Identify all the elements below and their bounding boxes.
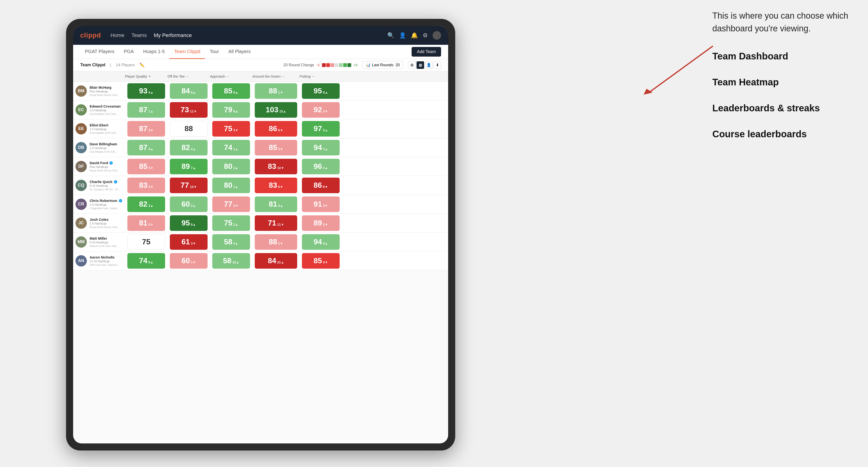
annotation-area: This is where you can choose which dashb… bbox=[712, 9, 854, 153]
stat-cell: 7311▼ bbox=[167, 100, 210, 119]
table-row[interactable]: BMBlair McHargPlus HandicapRoyal North D… bbox=[73, 82, 448, 100]
stat-change: 3▲ bbox=[148, 204, 154, 208]
stat-cell: 7111▼ bbox=[252, 214, 300, 232]
stat-change: 3▼ bbox=[323, 204, 328, 208]
player-club: Sunningdale Golf Club, United Kingdom bbox=[90, 113, 120, 115]
table-row[interactable]: CRChris Robertson✓1-5 HandicapCraigmilla… bbox=[73, 195, 448, 214]
stat-change: 7▲ bbox=[191, 166, 196, 170]
profile-icon[interactable]: 👤 bbox=[399, 32, 406, 39]
player-club: Woburn Golf Club, United Kingdom bbox=[90, 245, 120, 247]
settings-icon[interactable]: ⚙ bbox=[423, 32, 428, 39]
edit-team-icon[interactable]: ✏️ bbox=[140, 63, 145, 68]
add-team-button[interactable]: Add Team bbox=[412, 47, 441, 57]
stat-change: 10▼ bbox=[277, 166, 284, 170]
col-header-quality[interactable]: Player Quality ▼ bbox=[125, 74, 167, 78]
stat-change: 2▼ bbox=[323, 223, 328, 226]
team-count: 14 Players bbox=[116, 63, 135, 67]
stat-change: 11▼ bbox=[190, 110, 197, 113]
table-row[interactable]: DFDavid Ford✓Plus HandicapRoyal North De… bbox=[73, 157, 448, 176]
player-avatar: AN bbox=[75, 255, 87, 267]
stat-cell: 958▲ bbox=[167, 214, 210, 232]
sort-icon: — bbox=[282, 75, 284, 78]
tab-pgat-players[interactable]: PGAT Players bbox=[80, 45, 119, 59]
grid-view-button[interactable]: ⊞ bbox=[408, 61, 415, 69]
stat-change: 3▲ bbox=[323, 242, 328, 245]
sort-icon: ▼ bbox=[148, 75, 151, 78]
search-icon[interactable]: 🔍 bbox=[387, 32, 394, 39]
stat-change: 3▲ bbox=[323, 166, 328, 170]
player-info: ANAaron Nicholls11-15 HandicapDrift Golf… bbox=[73, 251, 125, 270]
download-button[interactable]: ⬇ bbox=[434, 61, 441, 69]
tab-tour[interactable]: Tour bbox=[205, 45, 224, 59]
col-header-putting[interactable]: Putting — bbox=[300, 74, 342, 78]
table-row[interactable]: CQCharlie Quick✓6-10 HandicapSt. George'… bbox=[73, 176, 448, 195]
tab-hcaps[interactable]: Hcaps 1-5 bbox=[138, 45, 169, 59]
stat-value: 80 bbox=[224, 181, 232, 190]
table-row[interactable]: EEElliot Ebert1-5 HandicapSunningdale Go… bbox=[73, 119, 448, 138]
table-row[interactable]: ANAaron Nicholls11-15 HandicapDrift Golf… bbox=[73, 251, 448, 270]
stat-value: 85 bbox=[313, 256, 322, 265]
player-handicap: 1-5 Handicap bbox=[90, 128, 120, 131]
stat-cell: 873▼ bbox=[125, 119, 167, 138]
stat-change: 6▲ bbox=[191, 91, 196, 94]
tab-all-players[interactable]: All Players bbox=[224, 45, 255, 59]
player-handicap: 1-5 Handicap bbox=[90, 203, 122, 206]
round-change-indicator: 20 Round Change -5 +5 bbox=[283, 63, 358, 67]
stat-value: 96 bbox=[313, 162, 322, 171]
annotation-item-1: Team Heatmap bbox=[712, 75, 854, 89]
user-avatar[interactable] bbox=[433, 31, 441, 40]
stat-change: 4▲ bbox=[233, 242, 239, 245]
nav-item-teams[interactable]: Teams bbox=[131, 32, 147, 38]
nav-item-home[interactable]: Home bbox=[111, 32, 124, 38]
stat-change: 4▲ bbox=[191, 147, 196, 151]
tab-team-clippd[interactable]: Team Clippd bbox=[169, 45, 205, 59]
stat-value: 86 bbox=[313, 181, 322, 190]
stat-value: 85 bbox=[139, 162, 148, 171]
table-row[interactable]: JCJosh Coles1-5 HandicapRoyal North Devo… bbox=[73, 214, 448, 232]
last-rounds-label: Last Rounds: bbox=[372, 63, 394, 67]
stat-value: 58 bbox=[223, 256, 231, 265]
stat-change: 3▼ bbox=[191, 242, 196, 245]
table-row[interactable]: MMMatt Miller6-10 HandicapWoburn Golf Cl… bbox=[73, 232, 448, 251]
stat-value: 77 bbox=[224, 200, 232, 209]
tab-pga[interactable]: PGA bbox=[119, 45, 138, 59]
stat-cell: 75 bbox=[125, 232, 167, 251]
table-row[interactable]: ECEdward Crossman1-5 HandicapSunningdale… bbox=[73, 100, 448, 119]
heatmap-view-button[interactable]: ▦ bbox=[416, 61, 424, 69]
player-name: Chris Robertson bbox=[90, 198, 118, 203]
last-rounds-value: 20 bbox=[396, 63, 400, 67]
player-info: EEElliot Ebert1-5 HandicapSunningdale Go… bbox=[73, 119, 125, 138]
stat-cell: 897▲ bbox=[167, 157, 210, 176]
stat-change: 9▲ bbox=[323, 91, 328, 94]
notifications-icon[interactable]: 🔔 bbox=[411, 32, 418, 39]
col-header-approach[interactable]: Approach — bbox=[210, 74, 252, 78]
stat-value: 85 bbox=[224, 87, 232, 95]
person-view-button[interactable]: 👤 bbox=[425, 61, 433, 69]
stat-cell: 913▼ bbox=[300, 195, 342, 214]
sort-icon: — bbox=[186, 75, 189, 78]
col-header-green[interactable]: Around the Green — bbox=[252, 74, 300, 78]
heat-bar bbox=[322, 63, 351, 67]
stat-change: 3▼ bbox=[323, 110, 328, 113]
nav-item-performance[interactable]: My Performance bbox=[154, 32, 192, 38]
col-header-tee[interactable]: Off the Tee — bbox=[167, 74, 210, 78]
player-name: Josh Coles bbox=[90, 217, 108, 221]
table-row[interactable]: DBDave Billingham1-5 HandicapGog Magog G… bbox=[73, 138, 448, 157]
stat-value: 88 bbox=[269, 87, 277, 95]
stat-value: 91 bbox=[313, 200, 322, 209]
stat-change: 3▼ bbox=[148, 185, 154, 189]
stat-value: 73 bbox=[181, 105, 189, 114]
player-details: Matt Miller6-10 HandicapWoburn Golf Club… bbox=[90, 236, 120, 247]
stat-cell: 934▲ bbox=[125, 82, 167, 100]
stat-cell: 813▼ bbox=[125, 214, 167, 232]
player-club: Royal North Devon Golf Club, United King… bbox=[90, 226, 120, 228]
stat-change: 3▼ bbox=[233, 204, 239, 208]
stat-cell: 8310▼ bbox=[252, 157, 300, 176]
last-rounds-button[interactable]: 📊 Last Rounds: 20 bbox=[362, 61, 403, 69]
stat-value: 87 bbox=[139, 143, 148, 152]
player-handicap: Plus Handicap bbox=[90, 165, 120, 168]
stat-change: 3▲ bbox=[233, 166, 239, 170]
stat-value: 89 bbox=[313, 219, 322, 227]
player-handicap: 1-5 Handicap bbox=[90, 109, 121, 112]
stat-cell: 10315▲ bbox=[252, 100, 300, 119]
